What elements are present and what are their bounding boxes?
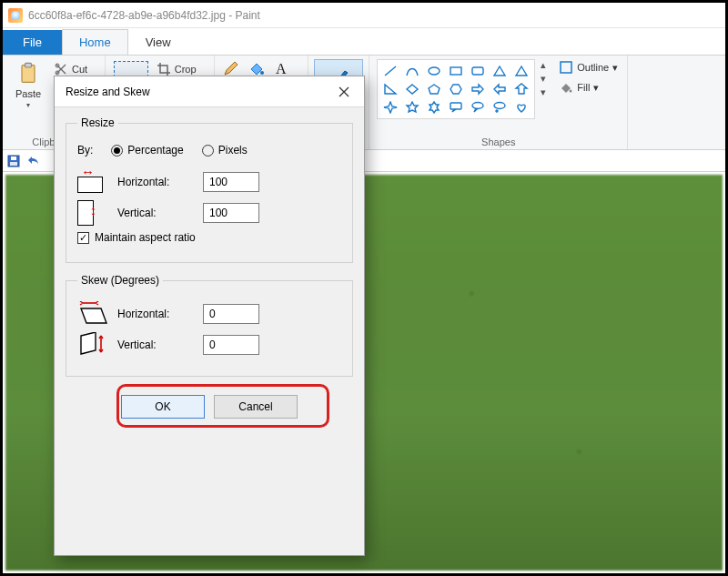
radio-percentage[interactable]: Percentage: [111, 144, 183, 157]
radio-pixels[interactable]: Pixels: [202, 144, 248, 157]
maintain-aspect-checkbox[interactable]: ✓ Maintain aspect ratio: [77, 231, 196, 244]
skew-vertical-label: Vertical:: [117, 339, 194, 351]
close-icon: [339, 86, 349, 97]
resize-legend: Resize: [77, 116, 118, 129]
skew-horizontal-input[interactable]: [203, 304, 259, 324]
skew-fieldset: Skew (Degrees) Horizontal: Vertical:: [66, 274, 353, 377]
resize-skew-dialog: Resize and Skew Resize By: Percentage Pi…: [54, 76, 365, 556]
resize-vertical-input[interactable]: [203, 203, 259, 223]
resize-horizontal-input[interactable]: [203, 172, 259, 192]
skew-vertical-input[interactable]: [203, 335, 259, 355]
radio-unchecked-icon: [202, 145, 214, 157]
svg-marker-34: [81, 332, 96, 354]
skew-vertical-icon: [77, 332, 108, 358]
percentage-label: Percentage: [127, 144, 183, 157]
resize-horizontal-icon: ↔: [77, 169, 108, 195]
checkbox-checked-icon: ✓: [77, 232, 89, 244]
cancel-button[interactable]: Cancel: [214, 395, 298, 419]
dialog-title: Resize and Skew: [66, 86, 150, 98]
svg-marker-33: [81, 308, 106, 323]
skew-legend: Skew (Degrees): [77, 274, 163, 287]
by-label: By:: [77, 144, 93, 157]
resize-vertical-icon: ↔: [77, 200, 108, 226]
radio-checked-icon: [111, 145, 123, 157]
skew-horizontal-icon: [77, 301, 108, 327]
resize-fieldset: Resize By: Percentage Pixels ↔ Horizonta…: [66, 116, 353, 263]
ok-button[interactable]: OK: [121, 395, 205, 419]
pixels-label: Pixels: [218, 144, 248, 157]
aspect-label: Maintain aspect ratio: [95, 231, 196, 244]
vertical-label: Vertical:: [117, 207, 194, 219]
skew-horizontal-label: Horizontal:: [117, 308, 194, 320]
dialog-titlebar: Resize and Skew: [55, 76, 364, 107]
horizontal-label: Horizontal:: [117, 176, 194, 188]
dialog-overlay: Resize and Skew Resize By: Percentage Pi…: [3, 3, 725, 573]
close-button[interactable]: [331, 81, 357, 103]
